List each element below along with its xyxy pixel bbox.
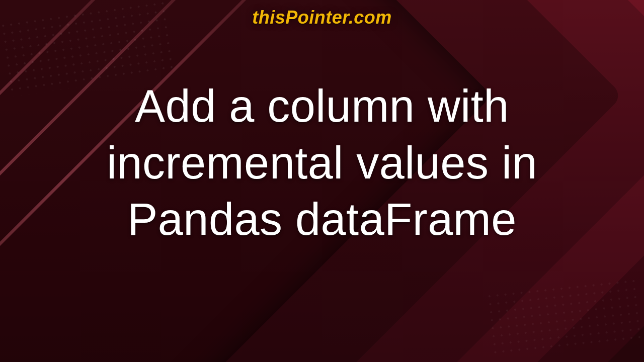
site-brand: thisPointer.com [0,7,644,28]
page-title: Add a column with incremental values in … [0,78,644,248]
